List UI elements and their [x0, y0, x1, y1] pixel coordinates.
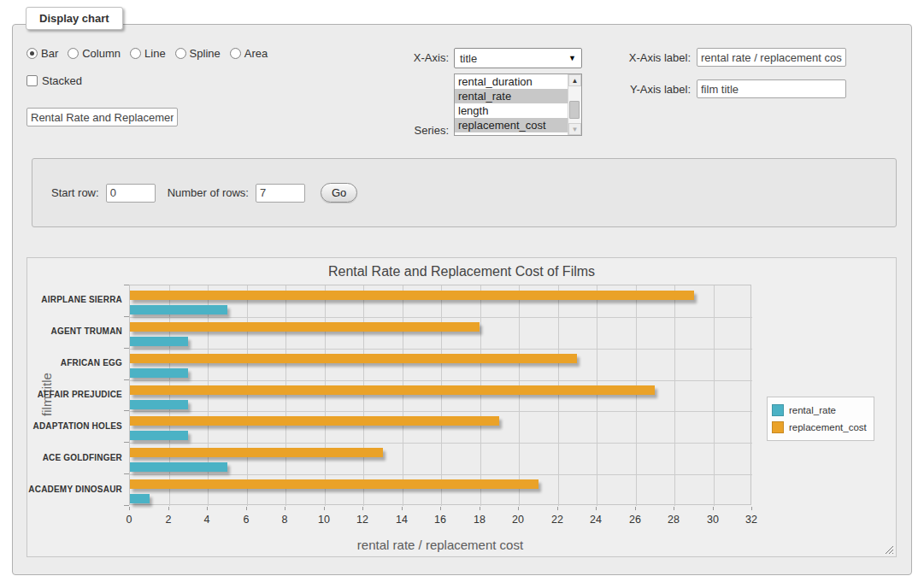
gridline	[247, 285, 248, 506]
category-label: AGENT TRUMAN	[26, 326, 122, 336]
series-listbox[interactable]: rental_durationrental_ratelengthreplacem…	[454, 73, 582, 136]
y-tick	[124, 473, 129, 474]
gridline	[363, 285, 364, 506]
series-option-rental_rate[interactable]: rental_rate	[455, 89, 568, 103]
resize-handle-icon[interactable]	[884, 544, 893, 554]
y-axis-label-input[interactable]	[697, 79, 846, 98]
scrollbar-track[interactable]	[568, 86, 581, 123]
x-axis-select-label: X-Axis:	[380, 51, 449, 64]
chart-type-area[interactable]: Area	[230, 47, 268, 60]
chart-title-input[interactable]	[26, 108, 178, 126]
bar-replacement_cost	[130, 416, 499, 426]
stacked-checkbox[interactable]	[26, 75, 38, 86]
x-tick	[246, 507, 247, 510]
y-tick	[124, 410, 129, 411]
gridline	[130, 443, 752, 444]
bar-replacement_cost	[130, 385, 655, 395]
series-option-length[interactable]: length	[455, 103, 568, 118]
gridline	[558, 285, 559, 506]
gridline	[130, 317, 752, 318]
scrollbar-thumb[interactable]	[569, 101, 580, 119]
legend-swatch	[772, 421, 784, 433]
x-tick	[440, 507, 441, 510]
radio-icon[interactable]	[230, 48, 241, 59]
gridline	[636, 285, 637, 506]
series-list-label: Series:	[380, 124, 449, 137]
num-rows-input[interactable]	[256, 184, 305, 203]
y-tick	[124, 379, 129, 380]
go-button[interactable]: Go	[321, 183, 357, 203]
x-tick	[285, 507, 285, 510]
x-tick	[207, 507, 208, 510]
radio-icon[interactable]	[175, 48, 186, 59]
num-rows-label: Number of rows:	[168, 186, 249, 199]
bar-replacement_cost	[130, 479, 539, 489]
x-tick	[713, 507, 714, 510]
chart-plot-area	[129, 285, 751, 505]
x-tick-label: 10	[307, 514, 341, 526]
fieldset-legend: Display chart	[26, 7, 123, 30]
x-tick-label: 2	[151, 514, 185, 526]
chart-type-spline[interactable]: Spline	[175, 47, 221, 60]
chevron-down-icon: ▼	[568, 54, 576, 62]
x-axis-select-value: title	[460, 52, 568, 65]
x-tick-label: 16	[423, 514, 457, 526]
radio-icon[interactable]	[68, 48, 79, 59]
chart-type-line[interactable]: Line	[130, 47, 166, 60]
bar-rental_rate	[130, 494, 150, 503]
category-label: ACADEMY DINOSAUR	[26, 485, 122, 494]
x-tick	[129, 507, 130, 510]
chart-type-label: Line	[144, 47, 166, 60]
x-axis-label-label: X-Axis label:	[603, 51, 691, 64]
category-label: AFFAIR PREJUDICE	[26, 390, 122, 399]
x-tick-label: 20	[501, 514, 535, 526]
x-tick	[168, 507, 169, 510]
x-tick	[635, 507, 636, 510]
rows-panel: Start row: Number of rows: Go	[32, 158, 897, 227]
gridline	[208, 285, 209, 506]
bar-rental_rate	[130, 368, 188, 378]
display-chart-fieldset: BarColumnLineSplineArea Stacked X-Axis: …	[12, 24, 912, 575]
x-tick-label: 8	[268, 514, 302, 526]
x-tick-label: 14	[385, 514, 419, 526]
category-label: ADAPTATION HOLES	[26, 421, 122, 431]
chart-panel: Rental Rate and Replacement Cost of Film…	[26, 257, 897, 557]
chart-type-column[interactable]: Column	[68, 47, 121, 60]
radio-icon[interactable]	[130, 48, 141, 59]
gridline	[130, 411, 752, 412]
bar-rental_rate	[130, 305, 227, 315]
legend-entry-rental_rate: rental_rate	[772, 402, 867, 419]
chart-type-radiogroup: BarColumnLineSplineArea	[26, 47, 268, 60]
start-row-input[interactable]	[106, 184, 156, 203]
x-axis-label-input[interactable]	[697, 48, 846, 67]
x-axis-title: rental rate / replacement cost	[129, 538, 751, 552]
chart-legend: rental_ratereplacement_cost	[767, 397, 874, 441]
y-axis-label-label: Y-Axis label:	[603, 83, 691, 96]
y-tick	[124, 316, 129, 317]
x-tick	[557, 507, 558, 510]
chart-type-label: Area	[244, 47, 268, 60]
series-option-replacement_cost[interactable]: replacement_cost	[455, 118, 568, 132]
chart-type-bar[interactable]: Bar	[26, 47, 58, 60]
stacked-option[interactable]: Stacked	[26, 74, 82, 87]
bar-rental_rate	[130, 400, 188, 409]
series-option-rental_duration[interactable]: rental_duration	[455, 74, 568, 89]
x-tick	[362, 507, 363, 510]
series-scrollbar[interactable]: ▲ ▼	[568, 74, 581, 135]
y-tick	[124, 285, 129, 285]
x-tick-label: 30	[696, 514, 730, 526]
legend-label: rental_rate	[789, 405, 836, 415]
gridline	[169, 285, 170, 506]
x-tick-label: 6	[229, 514, 263, 526]
legend-swatch	[772, 404, 784, 416]
y-tick	[124, 442, 129, 443]
chart-type-label: Bar	[41, 47, 58, 60]
bar-replacement_cost	[130, 322, 480, 332]
x-axis-select[interactable]: title ▼	[454, 48, 582, 68]
gridline	[519, 285, 520, 506]
scroll-up-icon[interactable]: ▲	[568, 74, 581, 86]
x-tick-label: 26	[618, 514, 652, 526]
x-tick-label: 22	[540, 514, 574, 526]
radio-icon[interactable]	[26, 48, 38, 59]
scroll-down-icon[interactable]: ▼	[568, 123, 581, 135]
